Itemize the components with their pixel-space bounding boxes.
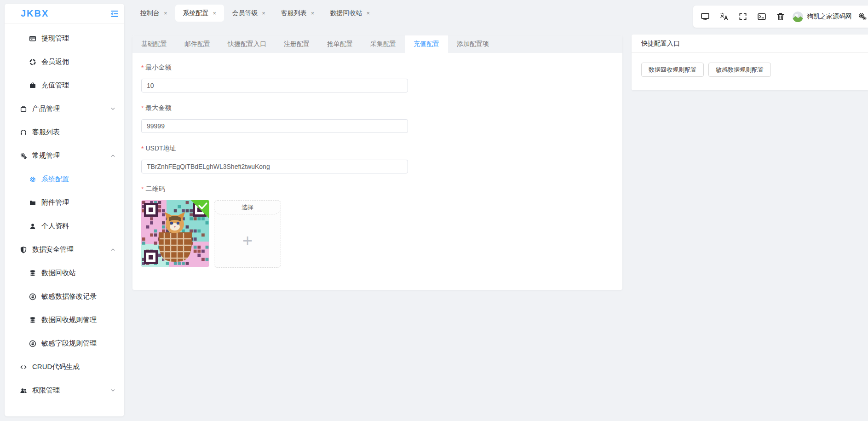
sidebar-item[interactable]: 会员返佣 xyxy=(5,50,124,74)
config-tab[interactable]: 添加配置项 xyxy=(448,35,498,53)
ring-icon xyxy=(29,58,36,66)
page-tab[interactable]: 系统配置 × xyxy=(175,5,224,22)
sidebar-item[interactable]: 系统配置 xyxy=(5,167,124,191)
monitor-icon[interactable] xyxy=(701,12,710,21)
close-icon[interactable]: × xyxy=(213,10,217,16)
field-label: 二维码 xyxy=(145,185,165,193)
close-icon[interactable]: × xyxy=(311,10,315,16)
config-tab[interactable]: 充值配置 xyxy=(405,35,448,53)
recharge-config-form: * 最小金额 * 最大金额 * USDT地址 xyxy=(132,53,622,290)
sidebar-item-label: 敏感字段规则管理 xyxy=(41,339,97,348)
sidebar: JKBX 提现管理 会员返佣 充值管理 产品管理 xyxy=(5,4,124,416)
avatar[interactable] xyxy=(793,12,803,22)
sidebar-item-label: 权限管理 xyxy=(32,386,60,395)
terminal-icon[interactable] xyxy=(757,12,766,21)
config-tab-label: 快捷配置入口 xyxy=(228,40,266,48)
sidebar-item[interactable]: 数据回收站 xyxy=(5,261,124,285)
text-field[interactable] xyxy=(141,119,408,133)
app-logo: JKBX xyxy=(21,8,49,19)
sidebar-item[interactable]: 数据安全管理 xyxy=(5,238,124,261)
config-tab[interactable]: 注册配置 xyxy=(275,35,318,53)
config-tab-label: 抢单配置 xyxy=(327,40,353,48)
settings-gears-icon[interactable] xyxy=(858,12,867,21)
shield-icon xyxy=(20,246,27,254)
code-icon xyxy=(20,363,27,371)
sidebar-item[interactable]: 提现管理 xyxy=(5,27,124,50)
sidebar-item-label: 充值管理 xyxy=(41,81,69,90)
translate-icon[interactable] xyxy=(719,12,729,21)
sidebar-item[interactable]: 附件管理 xyxy=(5,191,124,214)
close-icon[interactable]: × xyxy=(164,10,167,16)
folder-icon xyxy=(29,199,36,207)
form-group: * 最大金额 xyxy=(141,104,622,133)
trash-icon[interactable] xyxy=(776,12,785,21)
sidebar-item[interactable]: 常规管理 xyxy=(5,144,124,167)
config-tab[interactable]: 采集配置 xyxy=(362,35,405,53)
sidebar-item-label: 数据安全管理 xyxy=(32,245,74,254)
sidebar-item[interactable]: 敏感字段规则管理 xyxy=(5,332,124,355)
database-icon xyxy=(29,317,36,324)
form-group: * USDT地址 xyxy=(141,144,622,173)
gears-icon xyxy=(20,152,27,160)
sidebar-item[interactable]: 充值管理 xyxy=(5,74,124,97)
sidebar-item[interactable]: 客服列表 xyxy=(5,121,124,144)
sidebar-item-label: 数据回收规则管理 xyxy=(41,316,97,324)
config-tab-label: 基础配置 xyxy=(141,40,167,48)
sidebar-item-label: 系统配置 xyxy=(41,175,69,184)
config-tab-label: 邮件配置 xyxy=(184,40,210,48)
close-icon[interactable]: × xyxy=(262,10,265,16)
sidebar-item-label: 客服列表 xyxy=(32,128,60,137)
plus-icon: + xyxy=(214,214,281,267)
config-tab[interactable]: 基础配置 xyxy=(132,35,176,53)
text-field[interactable] xyxy=(141,160,408,173)
sidebar-item[interactable]: 数据回收规则管理 xyxy=(5,308,124,332)
quick-config-panel: 快捷配置入口 数据回收规则配置敏感数据规则配置 xyxy=(632,35,868,90)
user-icon xyxy=(29,223,36,230)
chevron-down-icon xyxy=(110,106,116,112)
page-tab-label: 数据回收站 xyxy=(330,9,362,17)
chevron-down-icon xyxy=(110,387,116,393)
page-tab[interactable]: 会员等级 × xyxy=(224,5,273,22)
users-icon xyxy=(20,387,27,394)
config-tab[interactable]: 快捷配置入口 xyxy=(219,35,275,53)
sidebar-item-label: 个人资料 xyxy=(41,222,69,231)
quick-config-button[interactable]: 敏感数据规则配置 xyxy=(708,63,771,77)
quick-config-button[interactable]: 数据回收规则配置 xyxy=(641,63,704,77)
fullscreen-icon[interactable] xyxy=(738,12,747,21)
sidebar-item[interactable]: 权限管理 xyxy=(5,379,124,402)
close-icon[interactable]: × xyxy=(366,10,370,16)
upload-select-box[interactable]: 选择 + xyxy=(214,200,281,268)
lock-icon xyxy=(29,340,36,347)
config-tab-label: 充值配置 xyxy=(414,40,439,48)
qr-code-image[interactable] xyxy=(141,200,209,267)
quick-panel-title: 快捷配置入口 xyxy=(632,35,868,53)
sidebar-item-label: 常规管理 xyxy=(32,151,60,160)
headset-icon xyxy=(20,129,27,136)
config-tab-label: 采集配置 xyxy=(370,40,396,48)
text-field[interactable] xyxy=(141,79,408,92)
page-tab-label: 系统配置 xyxy=(183,9,209,17)
page-tab[interactable]: 客服列表 × xyxy=(273,5,322,22)
required-asterisk: * xyxy=(141,64,144,71)
user-name[interactable]: 狗凯之家源码网 xyxy=(807,12,852,21)
upload-select-label[interactable]: 选择 xyxy=(214,201,281,214)
sidebar-item-label: 会员返佣 xyxy=(41,58,69,66)
chevron-up-icon xyxy=(110,153,116,159)
sidebar-item[interactable]: CRUD代码生成 xyxy=(5,355,124,379)
config-tab[interactable]: 抢单配置 xyxy=(318,35,362,53)
header-toolbar: 狗凯之家源码网 xyxy=(693,6,868,28)
page-tab[interactable]: 控制台 × xyxy=(132,5,175,22)
page-tab[interactable]: 数据回收站 × xyxy=(322,5,378,22)
field-label: 最小金额 xyxy=(145,63,171,72)
briefcase-icon xyxy=(29,82,36,89)
sidebar-item-label: 提现管理 xyxy=(41,34,69,43)
collapse-sidebar-icon[interactable] xyxy=(109,9,120,18)
sidebar-item[interactable]: 个人资料 xyxy=(5,214,124,238)
box-icon xyxy=(20,105,27,113)
sidebar-header: JKBX xyxy=(5,4,124,24)
sidebar-item[interactable]: 敏感数据修改记录 xyxy=(5,285,124,308)
config-tab[interactable]: 邮件配置 xyxy=(176,35,219,53)
sidebar-item[interactable]: 产品管理 xyxy=(5,97,124,121)
form-group: * 最小金额 xyxy=(141,63,622,92)
sidebar-item-label: 敏感数据修改记录 xyxy=(41,292,97,301)
